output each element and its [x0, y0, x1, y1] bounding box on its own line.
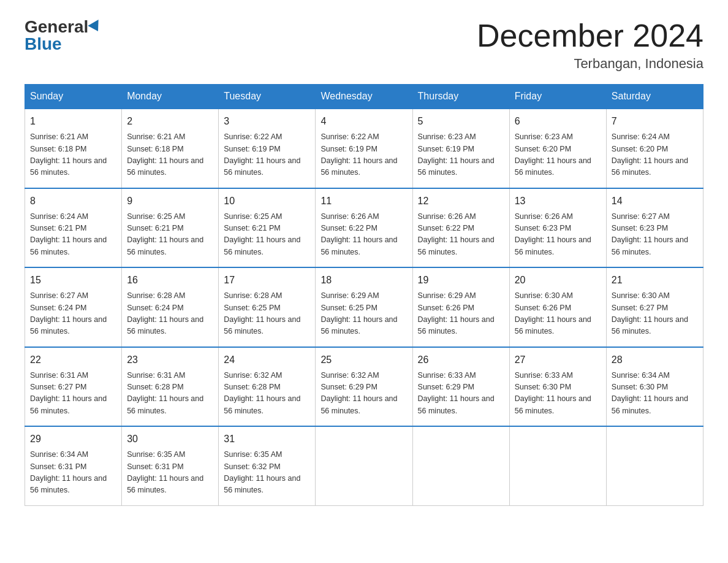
logo-text-blue: Blue	[25, 36, 62, 53]
day-number: 4	[320, 114, 407, 129]
day-number: 29	[30, 432, 116, 446]
calendar-cell: 3Sunrise: 6:22 AMSunset: 6:19 PMDaylight…	[219, 109, 316, 188]
logo-triangle-icon	[88, 20, 104, 34]
day-info: Sunrise: 6:24 AMSunset: 6:21 PMDaylight:…	[30, 211, 116, 259]
day-info: Sunrise: 6:31 AMSunset: 6:28 PMDaylight:…	[127, 370, 213, 418]
calendar-cell: 15Sunrise: 6:27 AMSunset: 6:24 PMDayligh…	[25, 267, 122, 347]
day-number: 13	[515, 194, 601, 209]
calendar-cell: 13Sunrise: 6:26 AMSunset: 6:23 PMDayligh…	[509, 188, 606, 268]
day-info: Sunrise: 6:35 AMSunset: 6:31 PMDaylight:…	[127, 449, 213, 497]
week-row-5: 29Sunrise: 6:34 AMSunset: 6:31 PMDayligh…	[25, 426, 703, 505]
calendar-cell: 26Sunrise: 6:33 AMSunset: 6:29 PMDayligh…	[412, 347, 509, 427]
day-number: 17	[224, 273, 310, 288]
calendar-cell: 11Sunrise: 6:26 AMSunset: 6:22 PMDayligh…	[316, 188, 412, 268]
day-info: Sunrise: 6:28 AMSunset: 6:24 PMDaylight:…	[127, 290, 213, 338]
day-number: 1	[30, 114, 116, 129]
day-info: Sunrise: 6:26 AMSunset: 6:22 PMDaylight:…	[418, 211, 504, 259]
calendar-cell	[606, 426, 703, 505]
day-info: Sunrise: 6:35 AMSunset: 6:32 PMDaylight:…	[224, 449, 310, 497]
day-number: 9	[127, 194, 213, 209]
day-info: Sunrise: 6:29 AMSunset: 6:25 PMDaylight:…	[320, 290, 407, 338]
calendar-cell: 8Sunrise: 6:24 AMSunset: 6:21 PMDaylight…	[25, 188, 122, 268]
day-number: 6	[515, 114, 601, 129]
day-info: Sunrise: 6:23 AMSunset: 6:20 PMDaylight:…	[515, 131, 601, 179]
page-header: General Blue December 2024 Terbangan, In…	[25, 18, 703, 72]
calendar-cell: 9Sunrise: 6:25 AMSunset: 6:21 PMDaylight…	[122, 188, 219, 268]
day-number: 30	[127, 432, 213, 446]
calendar-cell: 28Sunrise: 6:34 AMSunset: 6:30 PMDayligh…	[606, 347, 703, 427]
calendar-cell: 7Sunrise: 6:24 AMSunset: 6:20 PMDaylight…	[606, 109, 703, 188]
column-header-tuesday: Tuesday	[219, 85, 316, 109]
page-title: December 2024	[477, 18, 703, 53]
day-number: 15	[30, 273, 116, 288]
day-number: 7	[612, 114, 698, 129]
week-row-2: 8Sunrise: 6:24 AMSunset: 6:21 PMDaylight…	[25, 188, 703, 268]
day-number: 31	[224, 432, 310, 446]
day-number: 5	[418, 114, 504, 129]
day-info: Sunrise: 6:25 AMSunset: 6:21 PMDaylight:…	[224, 211, 310, 259]
column-header-monday: Monday	[122, 85, 219, 109]
day-number: 22	[30, 353, 116, 367]
calendar-cell: 14Sunrise: 6:27 AMSunset: 6:23 PMDayligh…	[606, 188, 703, 268]
calendar-cell: 10Sunrise: 6:25 AMSunset: 6:21 PMDayligh…	[219, 188, 316, 268]
day-number: 25	[320, 353, 407, 367]
day-number: 10	[224, 194, 310, 209]
column-header-friday: Friday	[509, 85, 606, 109]
calendar-cell: 29Sunrise: 6:34 AMSunset: 6:31 PMDayligh…	[25, 426, 122, 505]
calendar-cell: 19Sunrise: 6:29 AMSunset: 6:26 PMDayligh…	[412, 267, 509, 347]
logo-text-general: General	[25, 18, 88, 36]
day-number: 20	[515, 273, 601, 288]
day-info: Sunrise: 6:26 AMSunset: 6:22 PMDaylight:…	[320, 211, 407, 259]
day-number: 14	[612, 194, 698, 209]
day-number: 2	[127, 114, 213, 129]
calendar-cell	[412, 426, 509, 505]
calendar-table: SundayMondayTuesdayWednesdayThursdayFrid…	[25, 84, 703, 506]
day-info: Sunrise: 6:25 AMSunset: 6:21 PMDaylight:…	[127, 211, 213, 259]
calendar-cell: 12Sunrise: 6:26 AMSunset: 6:22 PMDayligh…	[412, 188, 509, 268]
day-info: Sunrise: 6:31 AMSunset: 6:27 PMDaylight:…	[30, 370, 116, 418]
day-info: Sunrise: 6:33 AMSunset: 6:29 PMDaylight:…	[418, 370, 504, 418]
calendar-header-row: SundayMondayTuesdayWednesdayThursdayFrid…	[25, 85, 703, 109]
day-number: 27	[515, 353, 601, 367]
day-info: Sunrise: 6:22 AMSunset: 6:19 PMDaylight:…	[224, 131, 310, 179]
calendar-cell: 31Sunrise: 6:35 AMSunset: 6:32 PMDayligh…	[219, 426, 316, 505]
day-info: Sunrise: 6:28 AMSunset: 6:25 PMDaylight:…	[224, 290, 310, 338]
day-number: 8	[30, 194, 116, 209]
calendar-cell: 21Sunrise: 6:30 AMSunset: 6:27 PMDayligh…	[606, 267, 703, 347]
day-number: 3	[224, 114, 310, 129]
day-number: 18	[320, 273, 407, 288]
day-number: 11	[320, 194, 407, 209]
day-info: Sunrise: 6:30 AMSunset: 6:27 PMDaylight:…	[612, 290, 698, 338]
day-info: Sunrise: 6:26 AMSunset: 6:23 PMDaylight:…	[515, 211, 601, 259]
logo: General Blue	[25, 18, 102, 53]
day-info: Sunrise: 6:24 AMSunset: 6:20 PMDaylight:…	[612, 131, 698, 179]
day-info: Sunrise: 6:27 AMSunset: 6:23 PMDaylight:…	[612, 211, 698, 259]
day-info: Sunrise: 6:27 AMSunset: 6:24 PMDaylight:…	[30, 290, 116, 338]
column-header-wednesday: Wednesday	[316, 85, 412, 109]
calendar-cell: 20Sunrise: 6:30 AMSunset: 6:26 PMDayligh…	[509, 267, 606, 347]
column-header-sunday: Sunday	[25, 85, 122, 109]
calendar-cell: 25Sunrise: 6:32 AMSunset: 6:29 PMDayligh…	[316, 347, 412, 427]
calendar-cell: 1Sunrise: 6:21 AMSunset: 6:18 PMDaylight…	[25, 109, 122, 188]
column-header-thursday: Thursday	[412, 85, 509, 109]
calendar-cell: 16Sunrise: 6:28 AMSunset: 6:24 PMDayligh…	[122, 267, 219, 347]
week-row-1: 1Sunrise: 6:21 AMSunset: 6:18 PMDaylight…	[25, 109, 703, 188]
day-number: 21	[612, 273, 698, 288]
day-info: Sunrise: 6:29 AMSunset: 6:26 PMDaylight:…	[418, 290, 504, 338]
calendar-cell: 2Sunrise: 6:21 AMSunset: 6:18 PMDaylight…	[122, 109, 219, 188]
week-row-3: 15Sunrise: 6:27 AMSunset: 6:24 PMDayligh…	[25, 267, 703, 347]
calendar-cell	[509, 426, 606, 505]
day-number: 28	[612, 353, 698, 367]
day-info: Sunrise: 6:21 AMSunset: 6:18 PMDaylight:…	[127, 131, 213, 179]
day-number: 19	[418, 273, 504, 288]
calendar-cell: 6Sunrise: 6:23 AMSunset: 6:20 PMDaylight…	[509, 109, 606, 188]
day-number: 12	[418, 194, 504, 209]
day-number: 24	[224, 353, 310, 367]
calendar-cell: 24Sunrise: 6:32 AMSunset: 6:28 PMDayligh…	[219, 347, 316, 427]
week-row-4: 22Sunrise: 6:31 AMSunset: 6:27 PMDayligh…	[25, 347, 703, 427]
day-info: Sunrise: 6:23 AMSunset: 6:19 PMDaylight:…	[418, 131, 504, 179]
calendar-cell: 5Sunrise: 6:23 AMSunset: 6:19 PMDaylight…	[412, 109, 509, 188]
calendar-cell: 22Sunrise: 6:31 AMSunset: 6:27 PMDayligh…	[25, 347, 122, 427]
day-info: Sunrise: 6:32 AMSunset: 6:29 PMDaylight:…	[320, 370, 407, 418]
page-subtitle: Terbangan, Indonesia	[477, 56, 703, 72]
